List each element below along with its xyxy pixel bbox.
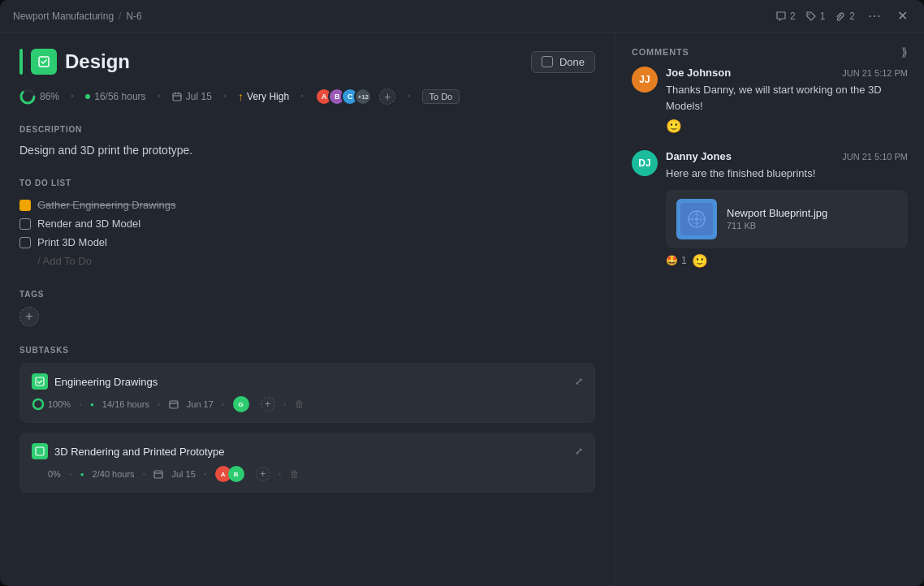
external-link-icon-2[interactable]: ⤢ [575,446,583,457]
comments-title: COMMENTS [632,47,689,57]
subtask-hours-2: 2/40 hours [93,469,135,479]
breadcrumb-sep: / [119,11,121,22]
progress-value: 86% [40,91,59,102]
done-button[interactable]: Done [531,51,595,73]
subtask-delete-2[interactable]: 🗑 [290,468,300,480]
meta-hours[interactable]: 16/56 hours [85,91,145,102]
subtask-progress-1: 100% [32,398,71,411]
task-title-wrap: Design [19,49,130,75]
subtask-meta-1: 100% • ● 14/16 hours • Jun 17 • G + • [32,396,583,412]
subtask-icon-1 [32,373,48,390]
comment-avatar-2: DJ [632,150,658,176]
comment-text-2: Here are the finished blueprints! [666,166,908,182]
svg-rect-9 [36,447,44,455]
subtask-title-wrap-2: 3D Rendering and Printed Prototype [32,443,225,459]
comments-header: COMMENTS ⟫ [615,32,924,67]
subtask-card-1: Engineering Drawings ⤢ 100% [19,363,595,423]
hours-label: 16/56 hours [94,91,145,102]
add-todo-placeholder: / Add To Do [37,255,92,267]
topbar-tags[interactable]: 1 [805,11,826,22]
main-panel: Design Done 86% [0,32,615,586]
comment-avatar-1: JJ [632,67,658,93]
comment-author-2: Danny Jones [666,150,732,162]
subtask-add-member-1[interactable]: + [261,397,275,411]
meta-date[interactable]: Jul 15 [172,91,212,102]
calendar-icon [172,92,182,101]
breadcrumb: Newport Manufacturing / N-6 [13,11,142,22]
task-title: Design [65,50,130,73]
topbar-comments[interactable]: 2 [775,11,796,22]
breadcrumb-child[interactable]: N-6 [126,11,141,22]
subtask-avatar-2b[interactable]: B [228,466,244,482]
subtask-delete-1[interactable]: 🗑 [295,399,304,410]
subtask-avatar-1[interactable]: G [233,396,249,412]
reaction-emoji-btn-2[interactable]: 🙂 [692,253,708,269]
attachment-icon [835,11,846,22]
tags-section: TAGS + [19,290,595,326]
description-section: DESCRIPTION Design and 3D print the prot… [19,125,595,159]
comments-list: JJ Joe Johnson JUN 21 5:12 PM Thanks Dan… [615,67,924,586]
green-dot [85,94,90,99]
comments-panel: COMMENTS ⟫ JJ Joe Johnson JUN 21 5:12 PM… [615,32,924,586]
reaction-emoji-2: 🤩 [666,255,678,266]
comment-time-2: JUN 21 5:10 PM [842,152,908,162]
comment-item-2: DJ Danny Jones JUN 21 5:10 PM Here are t… [632,150,908,269]
subtask-date-2: Jul 15 [171,469,195,479]
svg-point-0 [808,13,810,15]
todo-label: TO DO LIST [19,179,595,187]
meta-avatars: A B C +12 + [315,88,395,106]
add-todo[interactable]: / Add To Do [19,252,595,270]
breadcrumb-parent[interactable]: Newport Manufacturing [13,11,114,22]
attachment-info: Newport Blueprint.jpg 711 KB [727,207,827,231]
meta-priority[interactable]: ↑ Very High [238,90,289,103]
subtask-title-2: 3D Rendering and Printed Prototype [54,446,225,458]
done-checkbox [542,56,553,67]
subtask-header-1: Engineering Drawings ⤢ [32,373,583,390]
comment-time-1: JUN 21 5:12 PM [842,68,908,78]
progress-ring-icon [19,88,36,105]
comment-reactions-2: 🤩 1 🙂 [666,253,908,269]
subtask-header-2: 3D Rendering and Printed Prototype ⤢ [32,443,583,459]
subtask-date-1: Jun 17 [187,399,214,409]
avatar-more[interactable]: +12 [354,88,372,106]
todo-check-2[interactable] [19,218,31,230]
meta-progress[interactable]: 86% [19,88,59,105]
collapse-comments-button[interactable]: ⟫ [901,45,908,58]
svg-rect-8 [170,401,178,408]
priority-value: Very High [247,91,289,102]
modal-topbar: Newport Manufacturing / N-6 2 1 2 ⋯ ✕ [0,0,924,32]
subtask-add-member-2[interactable]: + [256,467,270,481]
subtask-cal-icon-2 [153,469,163,479]
add-tag-button[interactable]: + [19,307,39,326]
todo-section: TO DO LIST Gather Engineering Drawings R… [19,179,595,270]
topbar-attachments[interactable]: 2 [835,11,855,22]
svg-rect-5 [36,377,44,386]
subtask-progress-ring-2 [32,468,45,480]
attachment-name: Newport Blueprint.jpg [727,207,827,219]
close-button[interactable]: ✕ [894,6,911,25]
todo-check-3[interactable] [19,237,31,248]
todo-item-3: Print 3D Model [19,233,595,252]
attachment-card[interactable]: Newport Blueprint.jpg 711 KB [666,190,908,248]
comment-body-2: Danny Jones JUN 21 5:10 PM Here are the … [666,150,908,269]
task-meta: 86% • 16/56 hours • Jul 15 • ↑ [19,88,595,106]
external-link-icon-1[interactable]: ⤢ [575,376,583,387]
comment-body-1: Joe Johnson JUN 21 5:12 PM Thanks Danny,… [666,67,908,134]
status-badge[interactable]: To Do [422,89,460,104]
svg-rect-11 [154,471,162,478]
more-button[interactable]: ⋯ [865,6,884,25]
attachment-thumb [676,199,717,239]
avatar-stack: A B C +12 [315,88,372,106]
subtasks-label: SUBTASKS [19,346,595,355]
todo-text-3: Print 3D Model [37,236,107,248]
reaction-emoji-btn-1[interactable]: 🙂 [666,118,682,134]
todo-check-done-1[interactable] [19,200,31,211]
add-member-button[interactable]: + [379,88,395,105]
todo-item-2: Render and 3D Model [19,214,595,233]
subtask-avatars-2: A B [215,466,244,482]
topbar-meta: 2 1 2 ⋯ ✕ [775,6,911,25]
comment-reactions-1: 🙂 [666,118,908,134]
subtask-dot-2: ● [80,471,84,478]
task-header: Design Done [19,49,595,75]
todo-text-1: Gather Engineering Drawings [37,199,176,211]
